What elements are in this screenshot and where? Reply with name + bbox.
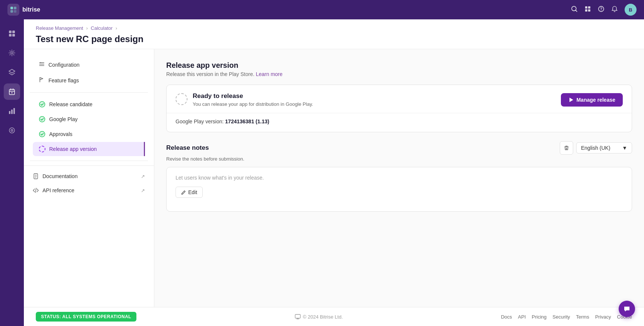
chat-icon [623,305,631,313]
svg-rect-2 [10,10,13,13]
svg-marker-39 [569,98,573,102]
dashed-circle-icon [39,146,45,152]
bottom-nav: Documentation ↗ API reference ↗ [24,165,154,201]
manage-release-label: Manage release [577,97,615,103]
release-card-divider [167,113,632,113]
bell-icon[interactable] [611,6,618,14]
sidebar-icon-layers[interactable] [4,64,20,80]
nav-item-google-play[interactable]: Google Play [33,112,145,126]
footer-link-terms[interactable]: Terms [576,314,589,320]
chat-button[interactable] [619,301,635,317]
delete-notes-button[interactable] [560,141,573,155]
content-area: Release Management › Calculator › Test n… [24,19,644,326]
play-icon [568,97,574,102]
svg-rect-17 [9,89,15,95]
avatar[interactable]: B [625,4,637,16]
feature-flags-icon [39,77,45,84]
svg-rect-0 [10,7,13,9]
svg-rect-13 [12,31,15,33]
external-link-icon-docs: ↗ [141,174,145,179]
svg-point-22 [9,128,15,133]
help-icon[interactable]: ? [598,6,604,14]
nav-item-configuration[interactable]: Configuration [33,57,145,72]
release-card-title: Ready to release [193,92,313,100]
topbar: bitrise ? B [0,0,644,19]
footer-links: Docs API Pricing Security Terms Privacy … [501,314,632,320]
version-value: 1724136381 (1.13) [225,118,269,124]
svg-point-16 [11,52,13,54]
breadcrumb: Release Management › Calculator › [36,25,632,31]
nav-top-section: Configuration Feature flags [24,57,154,88]
nav-item-api-reference[interactable]: API reference ↗ [27,184,151,197]
apps-icon[interactable] [584,6,591,14]
svg-rect-15 [12,34,15,37]
language-selector[interactable]: English (UK) ▼ [576,142,632,153]
check-circle-icon-gp [39,116,45,123]
configuration-icon [39,61,45,69]
svg-rect-9 [588,9,590,12]
notes-title: Release notes [166,144,209,152]
doc-icon [33,173,39,179]
nav-label-configuration: Configuration [48,62,79,68]
chevron-down-icon: ▼ [622,145,627,151]
icon-sidebar [0,19,24,326]
sidebar-icon-chart[interactable] [4,103,20,119]
footer-link-privacy[interactable]: Privacy [595,314,611,320]
breadcrumb-calculator[interactable]: Calculator [91,25,113,31]
nav-item-release-app-version[interactable]: Release app version [33,142,145,156]
doc-left: Documentation [33,173,78,179]
footer-link-api[interactable]: API [518,314,526,320]
sidebar-icon-release[interactable] [4,83,20,100]
page-title: Test new RC page design [36,34,632,44]
logo-icon [7,4,19,16]
version-label: Google Play version: [176,118,224,124]
footer-link-docs[interactable]: Docs [501,314,512,320]
nav-item-approvals[interactable]: Approvals [33,127,145,141]
check-circle-icon-rc [39,101,45,108]
release-notes-section: Release notes English (UK) ▼ Revise the … [166,141,632,212]
main-layout: Release Management › Calculator › Test n… [0,19,644,326]
footer-link-security[interactable]: Security [553,314,570,320]
check-circle-icon-approvals [39,131,45,137]
svg-point-18 [12,92,13,94]
breadcrumb-release-management[interactable]: Release Management [36,25,83,31]
nav-label-release-candidate: Release candidate [49,101,92,107]
footer-center: © 2024 Bitrise Ltd. [295,314,343,320]
sidebar-icon-gear[interactable] [4,122,20,139]
search-icon[interactable] [571,6,578,14]
edit-icon [181,190,186,195]
nav-divider-1 [30,92,148,93]
svg-rect-3 [14,10,16,13]
svg-rect-19 [9,111,10,114]
section-title: Release app version [166,61,632,70]
topbar-logo: bitrise [7,4,40,16]
release-card-left: Ready to release You can release your ap… [176,92,313,107]
learn-more-link[interactable]: Learn more [256,71,282,77]
nav-label-release-app-version: Release app version [49,146,97,152]
nav-label-approvals: Approvals [49,131,72,137]
nav-item-feature-flags[interactable]: Feature flags [33,73,145,88]
edit-notes-button[interactable]: Edit [176,187,203,198]
svg-rect-14 [9,34,12,37]
version-text: Google Play version: 1724136381 (1.13) [176,118,623,124]
svg-rect-7 [588,6,590,9]
section-subtitle-text: Release this version in the Play Store. [166,71,255,77]
sidebar-icon-home[interactable] [4,25,20,42]
sidebar-icon-settings[interactable] [4,45,20,61]
footer-link-pricing[interactable]: Pricing [532,314,547,320]
nav-label-feature-flags: Feature flags [48,77,79,83]
trash-icon [564,145,569,151]
notes-header: Release notes English (UK) ▼ [166,141,632,155]
nav-item-release-candidate[interactable]: Release candidate [33,97,145,111]
release-card-desc: You can release your app for distributio… [193,101,313,107]
breadcrumb-sep-1: › [86,25,88,31]
svg-rect-20 [11,110,13,114]
svg-rect-21 [13,108,15,114]
svg-rect-1 [14,7,16,9]
footer: STATUS: ALL SYSTEMS OPERATIONAL © 2024 B… [24,307,644,326]
svg-line-5 [576,10,577,12]
copyright-text: © 2024 Bitrise Ltd. [303,314,343,320]
nav-item-documentation[interactable]: Documentation ↗ [27,170,151,183]
manage-release-button[interactable]: Manage release [561,93,623,107]
release-status-icon [176,93,187,105]
